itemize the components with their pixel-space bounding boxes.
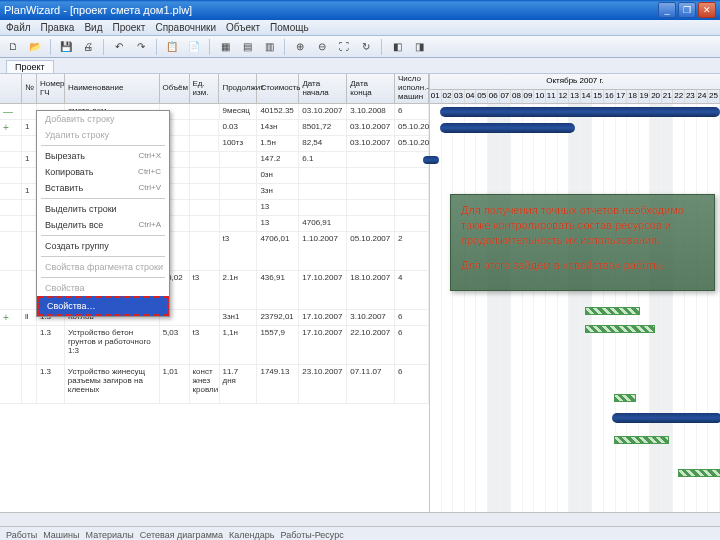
cell-unit bbox=[190, 136, 220, 151]
gantt-task-bar[interactable] bbox=[614, 394, 636, 402]
horizontal-scrollbar[interactable] bbox=[0, 512, 720, 526]
layout3-icon[interactable]: ▥ bbox=[260, 38, 278, 56]
task-grid: № Номер ГЧ Наименование Объём Ед. изм. П… bbox=[0, 74, 430, 512]
cell-dur: 3зн1 bbox=[220, 310, 258, 325]
layout1-icon[interactable]: ▦ bbox=[216, 38, 234, 56]
bottom-tab-works-resource[interactable]: Работы-Ресурс bbox=[280, 530, 343, 540]
cell-dur: 1,1н bbox=[220, 326, 258, 364]
ctx-item[interactable]: ВставитьCtrl+V bbox=[37, 180, 169, 196]
gantt-day-header: 13 bbox=[569, 90, 581, 103]
cell-unit bbox=[190, 310, 220, 325]
refresh-icon[interactable]: ↻ bbox=[357, 38, 375, 56]
save-icon[interactable]: 💾 bbox=[57, 38, 75, 56]
tab-project[interactable]: Проект bbox=[6, 60, 54, 73]
col-end[interactable]: Дата конца bbox=[347, 74, 395, 103]
ctx-item[interactable]: Выделить строки bbox=[37, 201, 169, 217]
col-mach[interactable]: Число исполн.-машин bbox=[395, 74, 429, 103]
cell-outline: + bbox=[0, 120, 22, 135]
col-unit[interactable]: Ед. изм. bbox=[190, 74, 220, 103]
cell-cost: 1.5н bbox=[257, 136, 299, 151]
ctx-item[interactable]: ВырезатьCtrl+X bbox=[37, 148, 169, 164]
zoom-in-icon[interactable]: ⊕ bbox=[291, 38, 309, 56]
bottom-tab-machines[interactable]: Машины bbox=[43, 530, 79, 540]
zoom-fit-icon[interactable]: ⛶ bbox=[335, 38, 353, 56]
gantt-day-header: 05 bbox=[476, 90, 488, 103]
menu-edit[interactable]: Правка bbox=[41, 22, 75, 33]
gantt-day-header: 08 bbox=[511, 90, 523, 103]
col-cost[interactable]: Стоимость bbox=[257, 74, 299, 103]
print-icon[interactable]: 🖨 bbox=[79, 38, 97, 56]
gantt-day-header: 09 bbox=[523, 90, 535, 103]
cell-cost: 147.2 bbox=[257, 152, 299, 167]
gantt-summary-bar[interactable] bbox=[440, 107, 720, 117]
cell-outline: — bbox=[0, 104, 22, 119]
window-close-button[interactable]: ✕ bbox=[698, 2, 716, 18]
gantt-day-header: 06 bbox=[488, 90, 500, 103]
col-name[interactable]: Наименование bbox=[65, 74, 160, 103]
tabs-top: Проект bbox=[0, 58, 720, 74]
col-vol[interactable]: Объём bbox=[160, 74, 190, 103]
tool-a-icon[interactable]: ◧ bbox=[388, 38, 406, 56]
gantt-task-bar[interactable] bbox=[614, 436, 669, 444]
cell-outline bbox=[0, 136, 22, 151]
cell-mach bbox=[395, 216, 429, 231]
col-start[interactable]: Дата начала bbox=[299, 74, 347, 103]
cell-vol: 1,01 bbox=[160, 365, 190, 403]
cell-end: 3.10.2008 bbox=[347, 104, 395, 119]
cell-n bbox=[22, 136, 37, 151]
zoom-out-icon[interactable]: ⊖ bbox=[313, 38, 331, 56]
cell-outline bbox=[0, 184, 22, 199]
new-icon[interactable]: 🗋 bbox=[4, 38, 22, 56]
menu-ref[interactable]: Справочники bbox=[155, 22, 216, 33]
table-row[interactable]: 1.3Устройство бетон грунтов и работочног… bbox=[0, 326, 429, 365]
menu-help[interactable]: Помощь bbox=[270, 22, 309, 33]
menu-view[interactable]: Вид bbox=[84, 22, 102, 33]
cell-mach: 6 bbox=[395, 310, 429, 325]
cell-outline bbox=[0, 200, 22, 215]
undo-icon[interactable]: ↶ bbox=[110, 38, 128, 56]
col-dur[interactable]: Продолжит. bbox=[219, 74, 257, 103]
table-row[interactable]: 1.3Устройство жинесущ разъемы загиров на… bbox=[0, 365, 429, 404]
ctx-item[interactable]: Выделить всеCtrl+A bbox=[37, 217, 169, 233]
col-n[interactable]: № bbox=[22, 74, 37, 103]
gantt-bar[interactable] bbox=[440, 123, 575, 133]
bottom-tab-materials[interactable]: Материалы bbox=[86, 530, 134, 540]
bottom-tab-network[interactable]: Сетевая диаграмма bbox=[140, 530, 223, 540]
ctx-item[interactable]: Создать группу bbox=[37, 238, 169, 254]
cell-dur bbox=[220, 168, 258, 183]
col-ngc[interactable]: Номер ГЧ bbox=[37, 74, 65, 103]
menu-object[interactable]: Объект bbox=[226, 22, 260, 33]
copy-icon[interactable]: 📋 bbox=[163, 38, 181, 56]
menu-project[interactable]: Проект bbox=[112, 22, 145, 33]
tool-b-icon[interactable]: ◨ bbox=[410, 38, 428, 56]
cell-unit bbox=[190, 184, 220, 199]
open-icon[interactable]: 📂 bbox=[26, 38, 44, 56]
bottom-tab-calendar[interactable]: Календарь bbox=[229, 530, 274, 540]
cell-dur bbox=[220, 200, 258, 215]
gantt-bar[interactable] bbox=[612, 413, 720, 423]
cell-dur bbox=[220, 216, 258, 231]
layout2-icon[interactable]: ▤ bbox=[238, 38, 256, 56]
ctx-item[interactable]: КопироватьCtrl+C bbox=[37, 164, 169, 180]
gantt-month-title: Октябрь 2007 г. bbox=[430, 74, 720, 85]
cell-n: 1 bbox=[22, 152, 37, 167]
window-maximize-button[interactable]: ❐ bbox=[678, 2, 696, 18]
note-line-2: Для этого зайдем в «свойства» работы. bbox=[461, 258, 704, 273]
window-title: PlanWizard - [проект смета дом1.plw] bbox=[4, 4, 192, 16]
cell-unit: t3 bbox=[190, 326, 220, 364]
gantt-day-header: 23 bbox=[685, 90, 697, 103]
redo-icon[interactable]: ↷ bbox=[132, 38, 150, 56]
paste-icon[interactable]: 📄 bbox=[185, 38, 203, 56]
gantt-task-bar[interactable] bbox=[678, 469, 720, 477]
cell-start: 17.10.2007 bbox=[299, 271, 347, 309]
cell-unit bbox=[190, 152, 220, 167]
gantt-task-bar[interactable] bbox=[585, 307, 640, 315]
gantt-task-bar[interactable] bbox=[585, 325, 655, 333]
ctx-item[interactable]: Свойства… bbox=[37, 296, 169, 316]
cell-start: 17.10.2007 bbox=[299, 326, 347, 364]
cell-end: 05.10.2007 bbox=[347, 232, 395, 270]
menu-file[interactable]: Файл bbox=[6, 22, 31, 33]
window-minimize-button[interactable]: _ bbox=[658, 2, 676, 18]
bottom-tab-works[interactable]: Работы bbox=[6, 530, 37, 540]
cell-outline bbox=[0, 216, 22, 231]
